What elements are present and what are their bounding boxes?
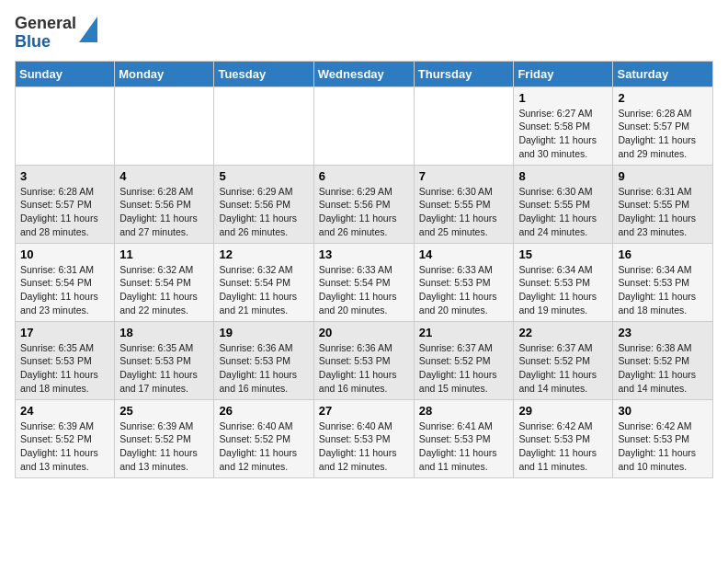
calendar-header-row: SundayMondayTuesdayWednesdayThursdayFrid… [16,61,713,86]
calendar-cell: 7Sunrise: 6:30 AM Sunset: 5:55 PM Daylig… [414,165,514,243]
calendar-header-tuesday: Tuesday [214,61,313,86]
page-header: General Blue [15,15,713,52]
calendar-cell: 13Sunrise: 6:33 AM Sunset: 5:54 PM Dayli… [313,243,414,321]
calendar-header-wednesday: Wednesday [313,61,414,86]
day-info: Sunrise: 6:34 AM Sunset: 5:53 PM Dayligh… [518,263,608,317]
logo: General Blue [15,15,97,52]
calendar-cell: 5Sunrise: 6:29 AM Sunset: 5:56 PM Daylig… [214,165,313,243]
calendar-header-monday: Monday [115,61,214,86]
calendar-cell: 29Sunrise: 6:42 AM Sunset: 5:53 PM Dayli… [514,399,613,477]
day-number: 15 [518,247,608,261]
calendar-cell: 27Sunrise: 6:40 AM Sunset: 5:53 PM Dayli… [313,399,414,477]
calendar-header-saturday: Saturday [613,61,713,86]
day-number: 3 [20,169,109,183]
calendar-cell: 22Sunrise: 6:37 AM Sunset: 5:52 PM Dayli… [514,321,613,399]
calendar-cell: 28Sunrise: 6:41 AM Sunset: 5:53 PM Dayli… [414,399,514,477]
calendar-week-row: 24Sunrise: 6:39 AM Sunset: 5:52 PM Dayli… [16,399,713,477]
calendar-cell: 17Sunrise: 6:35 AM Sunset: 5:53 PM Dayli… [16,321,115,399]
day-info: Sunrise: 6:28 AM Sunset: 5:56 PM Dayligh… [119,185,209,239]
day-info: Sunrise: 6:35 AM Sunset: 5:53 PM Dayligh… [119,341,209,396]
calendar-cell: 23Sunrise: 6:38 AM Sunset: 5:52 PM Dayli… [613,321,713,399]
day-number: 1 [518,91,608,105]
day-info: Sunrise: 6:30 AM Sunset: 5:55 PM Dayligh… [518,185,608,239]
day-number: 4 [119,169,209,183]
day-info: Sunrise: 6:39 AM Sunset: 5:52 PM Dayligh… [20,419,109,474]
calendar-cell: 14Sunrise: 6:33 AM Sunset: 5:53 PM Dayli… [414,243,514,321]
calendar-cell [214,86,313,165]
day-number: 5 [219,169,308,183]
day-info: Sunrise: 6:35 AM Sunset: 5:53 PM Dayligh… [20,341,109,396]
day-info: Sunrise: 6:34 AM Sunset: 5:53 PM Dayligh… [618,263,708,317]
day-info: Sunrise: 6:33 AM Sunset: 5:53 PM Dayligh… [419,263,509,317]
day-number: 6 [319,169,409,183]
day-number: 8 [518,169,608,183]
calendar-cell: 3Sunrise: 6:28 AM Sunset: 5:57 PM Daylig… [16,165,115,243]
calendar-header-friday: Friday [514,61,613,86]
svg-marker-0 [79,17,97,42]
day-info: Sunrise: 6:33 AM Sunset: 5:54 PM Dayligh… [319,263,409,317]
day-info: Sunrise: 6:31 AM Sunset: 5:55 PM Dayligh… [618,185,708,239]
calendar-cell: 16Sunrise: 6:34 AM Sunset: 5:53 PM Dayli… [613,243,713,321]
calendar-cell: 18Sunrise: 6:35 AM Sunset: 5:53 PM Dayli… [115,321,214,399]
calendar-header-sunday: Sunday [16,61,115,86]
calendar-cell: 2Sunrise: 6:28 AM Sunset: 5:57 PM Daylig… [613,86,713,165]
day-number: 22 [518,326,608,339]
day-number: 17 [20,326,109,339]
day-info: Sunrise: 6:32 AM Sunset: 5:54 PM Dayligh… [119,263,209,317]
day-number: 2 [618,91,708,105]
calendar-cell: 6Sunrise: 6:29 AM Sunset: 5:56 PM Daylig… [313,165,414,243]
calendar-week-row: 10Sunrise: 6:31 AM Sunset: 5:54 PM Dayli… [16,243,713,321]
calendar-week-row: 17Sunrise: 6:35 AM Sunset: 5:53 PM Dayli… [16,321,713,399]
day-info: Sunrise: 6:41 AM Sunset: 5:53 PM Dayligh… [419,419,509,474]
calendar-table: SundayMondayTuesdayWednesdayThursdayFrid… [15,61,713,478]
day-number: 23 [618,326,708,339]
calendar-cell: 24Sunrise: 6:39 AM Sunset: 5:52 PM Dayli… [16,399,115,477]
day-number: 16 [618,247,708,261]
day-number: 24 [20,404,109,418]
calendar-cell: 9Sunrise: 6:31 AM Sunset: 5:55 PM Daylig… [613,165,713,243]
day-number: 19 [219,326,308,339]
day-info: Sunrise: 6:37 AM Sunset: 5:52 PM Dayligh… [518,341,608,396]
day-info: Sunrise: 6:31 AM Sunset: 5:54 PM Dayligh… [20,263,109,317]
day-info: Sunrise: 6:29 AM Sunset: 5:56 PM Dayligh… [219,185,308,239]
day-number: 30 [618,404,708,418]
calendar-header-thursday: Thursday [414,61,514,86]
calendar-cell: 20Sunrise: 6:36 AM Sunset: 5:53 PM Dayli… [313,321,414,399]
calendar-cell: 21Sunrise: 6:37 AM Sunset: 5:52 PM Dayli… [414,321,514,399]
calendar-cell: 15Sunrise: 6:34 AM Sunset: 5:53 PM Dayli… [514,243,613,321]
day-info: Sunrise: 6:42 AM Sunset: 5:53 PM Dayligh… [518,419,608,474]
day-number: 7 [419,169,509,183]
day-info: Sunrise: 6:30 AM Sunset: 5:55 PM Dayligh… [419,185,509,239]
day-number: 21 [419,326,509,339]
day-info: Sunrise: 6:37 AM Sunset: 5:52 PM Dayligh… [419,341,509,396]
day-number: 28 [419,404,509,418]
day-info: Sunrise: 6:27 AM Sunset: 5:58 PM Dayligh… [518,107,608,161]
day-number: 18 [119,326,209,339]
day-info: Sunrise: 6:38 AM Sunset: 5:52 PM Dayligh… [618,341,708,396]
logo-triangle-icon [79,17,97,42]
calendar-cell: 1Sunrise: 6:27 AM Sunset: 5:58 PM Daylig… [514,86,613,165]
day-info: Sunrise: 6:32 AM Sunset: 5:54 PM Dayligh… [219,263,308,317]
day-info: Sunrise: 6:39 AM Sunset: 5:52 PM Dayligh… [119,419,209,474]
calendar-cell: 26Sunrise: 6:40 AM Sunset: 5:52 PM Dayli… [214,399,313,477]
calendar-cell: 19Sunrise: 6:36 AM Sunset: 5:53 PM Dayli… [214,321,313,399]
calendar-week-row: 1Sunrise: 6:27 AM Sunset: 5:58 PM Daylig… [16,86,713,165]
calendar-week-row: 3Sunrise: 6:28 AM Sunset: 5:57 PM Daylig… [16,165,713,243]
calendar-cell: 8Sunrise: 6:30 AM Sunset: 5:55 PM Daylig… [514,165,613,243]
day-number: 10 [20,247,109,261]
calendar-cell: 25Sunrise: 6:39 AM Sunset: 5:52 PM Dayli… [115,399,214,477]
day-number: 25 [119,404,209,418]
day-info: Sunrise: 6:40 AM Sunset: 5:53 PM Dayligh… [319,419,409,474]
day-number: 9 [618,169,708,183]
calendar-cell [414,86,514,165]
day-info: Sunrise: 6:29 AM Sunset: 5:56 PM Dayligh… [319,185,409,239]
calendar-cell: 11Sunrise: 6:32 AM Sunset: 5:54 PM Dayli… [115,243,214,321]
day-info: Sunrise: 6:36 AM Sunset: 5:53 PM Dayligh… [319,341,409,396]
day-info: Sunrise: 6:28 AM Sunset: 5:57 PM Dayligh… [20,185,109,239]
day-info: Sunrise: 6:28 AM Sunset: 5:57 PM Dayligh… [618,107,708,161]
day-info: Sunrise: 6:36 AM Sunset: 5:53 PM Dayligh… [219,341,308,396]
calendar-cell [115,86,214,165]
day-number: 20 [319,326,409,339]
logo-general: General [15,14,76,32]
day-info: Sunrise: 6:40 AM Sunset: 5:52 PM Dayligh… [219,419,308,474]
